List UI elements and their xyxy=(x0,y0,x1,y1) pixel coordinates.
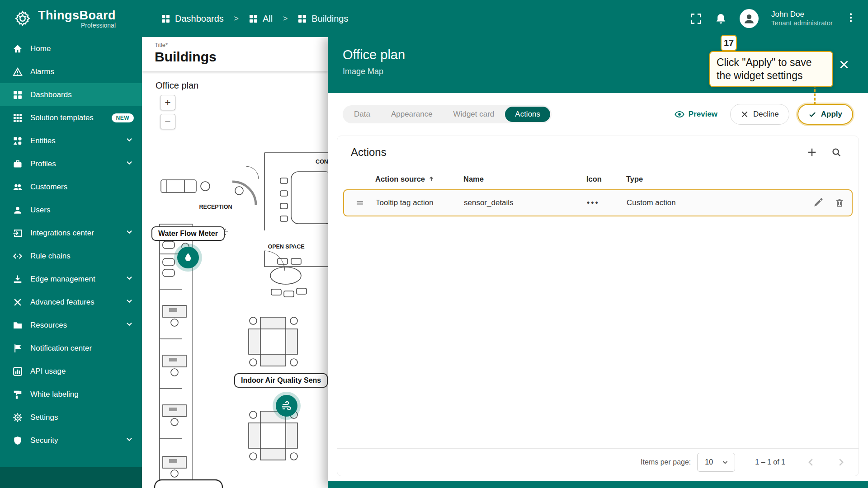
sidebar-item-resources[interactable]: Resources xyxy=(0,314,142,337)
column-icon: Icon xyxy=(586,175,626,183)
cell-name: sensor_details xyxy=(464,198,587,207)
folder-icon xyxy=(12,320,23,330)
page-navigation xyxy=(806,457,846,467)
sidebar-item-notification-center[interactable]: Notification center xyxy=(0,337,142,360)
sidebar-item-dashboards[interactable]: Dashboards xyxy=(0,83,142,106)
column-type: Type xyxy=(626,175,798,183)
sidebar-item-advanced-features[interactable]: Advanced features xyxy=(0,291,142,314)
grid-icon xyxy=(12,113,23,123)
app-logo[interactable]: ThingsBoard Professional xyxy=(0,0,142,37)
water-drop-icon xyxy=(182,252,194,263)
actions-card-header: Actions xyxy=(337,136,859,169)
next-page-icon[interactable] xyxy=(836,457,846,467)
sidebar-item-settings[interactable]: Settings xyxy=(0,406,142,429)
person-icon xyxy=(742,12,756,25)
notifications-bell-icon[interactable] xyxy=(715,13,727,25)
shield-icon xyxy=(12,435,23,446)
coachmark-step-badge: 17 xyxy=(721,35,737,51)
items-per-page-label: Items per page: xyxy=(641,458,691,466)
cell-type: Custom action xyxy=(627,198,797,207)
decline-button[interactable]: Decline xyxy=(730,104,789,125)
close-icon xyxy=(839,59,849,70)
widget-settings-title: Office plan xyxy=(343,47,405,62)
chevron-down-icon xyxy=(125,319,134,331)
actions-table-header: Action source Name Icon Type xyxy=(337,169,859,189)
indoor-air-quality-sensor-label[interactable]: Indoor Air Quality Sens xyxy=(234,373,328,388)
breadcrumb-dashboards[interactable]: Dashboards xyxy=(161,14,224,24)
chevron-down-icon xyxy=(125,435,134,446)
sidebar-footer xyxy=(0,467,142,488)
cell-action-source: Tooltip tag action xyxy=(376,198,464,207)
water-flow-meter-marker[interactable] xyxy=(177,247,199,268)
topbar: Dashboards > All > Buildings John Doe Te… xyxy=(142,0,868,37)
sidebar-item-users[interactable]: Users xyxy=(0,198,142,221)
app-name: ThingsBoard xyxy=(38,9,116,23)
new-badge: NEW xyxy=(112,113,134,122)
dashboards-icon xyxy=(12,89,23,100)
sidebar-item-customers[interactable]: Customers xyxy=(0,175,142,198)
code-icon xyxy=(12,251,23,261)
dashboard-title-field[interactable]: Title* Buildings xyxy=(142,37,328,71)
water-flow-meter-label[interactable]: Water Flow Meter xyxy=(151,226,225,241)
tab-widget-card[interactable]: Widget card xyxy=(443,107,505,122)
add-action-button[interactable] xyxy=(803,144,821,161)
tab-actions[interactable]: Actions xyxy=(505,107,550,122)
widget-settings-panel: Office plan Image Map Data Appearance Wi… xyxy=(328,37,868,488)
apply-button[interactable]: Apply xyxy=(797,104,853,125)
sidebar-item-api-usage[interactable]: API usage xyxy=(0,360,142,383)
edge-icon xyxy=(12,274,23,284)
sidebar-item-rule-chains[interactable]: Rule chains xyxy=(0,244,142,267)
title-field-label: Title* xyxy=(155,42,328,48)
air-icon xyxy=(281,400,292,412)
previous-page-icon[interactable] xyxy=(806,457,816,467)
sidebar-item-home[interactable]: Home xyxy=(0,37,142,60)
tab-appearance[interactable]: Appearance xyxy=(381,107,443,122)
zoom-out-button[interactable]: − xyxy=(160,114,175,129)
breadcrumb-buildings[interactable]: Buildings xyxy=(297,14,348,24)
sidebar-item-security[interactable]: Security xyxy=(0,429,142,452)
search-icon xyxy=(831,147,841,157)
sidebar-item-white-labeling[interactable]: White labeling xyxy=(0,383,142,406)
dashboards-icon xyxy=(297,14,307,23)
sidebar-item-entities[interactable]: Entities xyxy=(0,129,142,152)
edit-pencil-icon[interactable] xyxy=(813,198,823,208)
settings-tabs-row: Data Appearance Widget card Actions Prev… xyxy=(328,93,868,136)
sort-asc-icon xyxy=(428,175,435,183)
row-actions xyxy=(797,198,852,208)
home-icon xyxy=(12,43,23,54)
user-role: Tenant administrator xyxy=(771,19,833,28)
app-edition: Professional xyxy=(81,22,116,29)
sidebar-item-solution-templates[interactable]: Solution templates NEW xyxy=(0,106,142,129)
breadcrumb-separator: > xyxy=(279,14,291,23)
tools-icon xyxy=(12,297,23,307)
drag-handle[interactable] xyxy=(344,198,376,208)
preview-button[interactable]: Preview xyxy=(675,109,717,119)
sidebar-item-profiles[interactable]: Profiles xyxy=(0,152,142,175)
close-icon xyxy=(741,110,749,118)
chevron-down-icon xyxy=(125,135,134,146)
zoom-in-button[interactable]: + xyxy=(160,95,175,110)
kebab-menu-icon[interactable] xyxy=(845,12,856,25)
column-action-source[interactable]: Action source xyxy=(375,175,463,183)
paint-roller-icon xyxy=(12,389,23,399)
user-avatar[interactable] xyxy=(740,9,759,28)
fullscreen-icon[interactable] xyxy=(690,13,702,25)
sidebar-item-integrations-center[interactable]: Integrations center xyxy=(0,221,142,244)
indoor-air-quality-sensor-marker[interactable] xyxy=(276,395,297,417)
conference-area-label: CON xyxy=(316,159,328,165)
breadcrumb-all[interactable]: All xyxy=(249,14,273,24)
sidebar-item-alarms[interactable]: Alarms xyxy=(0,60,142,83)
user-info: John Doe Tenant administrator xyxy=(771,9,833,28)
close-button[interactable] xyxy=(836,57,852,72)
items-per-page-select[interactable]: 10 xyxy=(697,453,735,472)
sidebar-item-edge-management[interactable]: Edge management xyxy=(0,267,142,291)
actions-heading: Actions xyxy=(351,146,387,159)
gear-icon xyxy=(12,412,23,422)
table-row[interactable]: Tooltip tag action sensor_details ••• Cu… xyxy=(343,189,853,216)
check-icon xyxy=(808,110,816,118)
person-icon xyxy=(12,205,23,215)
tab-data[interactable]: Data xyxy=(344,107,380,122)
search-button[interactable] xyxy=(828,144,845,161)
sidebar: ThingsBoard Professional Home Alarms Das… xyxy=(0,0,142,488)
delete-trash-icon[interactable] xyxy=(835,198,844,208)
